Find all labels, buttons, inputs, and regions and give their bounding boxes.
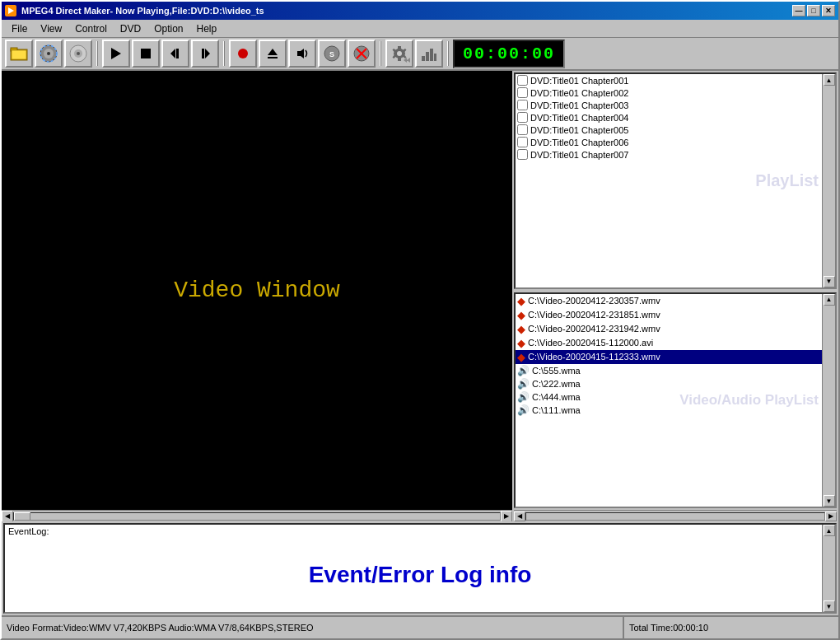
dvd-list-item[interactable]: DVD:Title01 Chapter001: [516, 74, 822, 86]
close-button[interactable]: ✕: [822, 5, 835, 16]
va-scroll-down[interactable]: ▼: [824, 495, 835, 507]
log-scroll-up[interactable]: ▲: [824, 525, 835, 536]
app-icon: [5, 4, 18, 17]
svg-text:S: S: [329, 50, 334, 58]
next-btn[interactable]: [191, 40, 219, 68]
video-icon: ◆: [517, 351, 525, 363]
dvd-disc-btn[interactable]: [35, 40, 63, 68]
svg-rect-13: [141, 49, 151, 58]
h-scroll-thumb[interactable]: [14, 512, 30, 521]
va-list-item[interactable]: ◆C:\Video-20020415-112000.avi: [516, 336, 822, 350]
svg-point-27: [397, 51, 402, 56]
dvd-list-item[interactable]: DVD:Title01 Chapter007: [516, 148, 822, 161]
subtitle-btn[interactable]: S: [318, 40, 346, 68]
dvd-checkbox-4[interactable]: [517, 124, 528, 135]
menu-item-dvd[interactable]: DVD: [114, 21, 147, 36]
va-list-item[interactable]: 🔊C:\111.wma: [516, 404, 822, 417]
svg-rect-28: [422, 56, 425, 61]
event-log-section: EventLog: Event/Error Log info ▲ ▼: [3, 523, 837, 614]
dvd-list-item[interactable]: DVD:Title01 Chapter002: [516, 86, 822, 99]
svg-marker-16: [205, 49, 210, 58]
dvd-list-item[interactable]: DVD:Title01 Chapter004: [516, 111, 822, 124]
right-scroll-right[interactable]: ▶: [825, 512, 837, 521]
event-log-scrollbar[interactable]: ▲ ▼: [822, 525, 835, 612]
right-h-track: [525, 512, 825, 521]
h-scroll-track[interactable]: [13, 512, 501, 521]
va-item-label: C:\Video-20020412-230357.wmv: [528, 296, 660, 306]
dvd-scroll-down[interactable]: ▼: [824, 276, 835, 287]
right-scroll-left[interactable]: ◀: [514, 512, 525, 521]
menu-item-control[interactable]: Control: [68, 21, 114, 36]
right-h-scrollbar[interactable]: ◀ ▶: [514, 510, 837, 521]
record-btn[interactable]: [229, 40, 257, 68]
va-list-item[interactable]: 🔊C:\555.wma: [516, 364, 822, 377]
audio-btn[interactable]: [288, 40, 316, 68]
log-scroll-down[interactable]: ▼: [824, 600, 835, 612]
window-controls: — □ ✕: [792, 5, 835, 16]
chart-btn[interactable]: [415, 40, 443, 68]
eject-btn[interactable]: [259, 40, 287, 68]
horizontal-scrollbar[interactable]: ◀ ▶: [2, 510, 512, 521]
va-item-label: C:\222.wma: [532, 379, 581, 389]
dvd-item-label: DVD:Title01 Chapter003: [530, 100, 628, 110]
cd-btn[interactable]: [64, 40, 92, 68]
dvd-scroll-track: [824, 86, 835, 276]
dvd-checkbox-2[interactable]: [517, 100, 528, 110]
dvd-scroll-up[interactable]: ▲: [824, 74, 835, 86]
settings-btn[interactable]: [385, 40, 413, 68]
va-playlist-vscrollbar[interactable]: ▲ ▼: [822, 294, 835, 507]
dvd-item-label: DVD:Title01 Chapter005: [530, 125, 628, 135]
menu-item-file[interactable]: File: [5, 21, 34, 36]
dvd-checkbox-6[interactable]: [517, 149, 528, 160]
dvd-checkbox-0[interactable]: [517, 75, 528, 86]
svg-point-7: [47, 52, 50, 55]
stop-btn[interactable]: [132, 40, 160, 68]
va-list-item[interactable]: ◆C:\Video-20020412-231942.wmv: [516, 322, 822, 336]
va-scroll-track: [824, 306, 835, 496]
dvd-item-label: DVD:Title01 Chapter001: [530, 76, 628, 86]
dvd-playlist-section: DVD:Title01 Chapter001 DVD:Title01 Chapt…: [514, 72, 837, 289]
va-list-item[interactable]: ◆C:\Video-20020412-230357.wmv: [516, 294, 822, 308]
va-item-label: C:\111.wma: [532, 405, 581, 415]
main-window: MPEG4 Direct Maker- Now Playing,File:DVD…: [0, 0, 840, 640]
event-log-header: EventLog:: [5, 525, 835, 538]
prev-btn[interactable]: [161, 40, 189, 68]
va-list-item[interactable]: ◆C:\Video-20020412-231851.wmv: [516, 308, 822, 322]
status-left: Video Format:Video:WMV V7,420KBPS Audio:…: [2, 617, 624, 638]
dvd-checkbox-1[interactable]: [517, 87, 528, 98]
toolbar-separator-3: [380, 41, 381, 66]
dvd-list-item[interactable]: DVD:Title01 Chapter005: [516, 124, 822, 136]
menu-item-view[interactable]: View: [34, 21, 68, 36]
video-icon: ◆: [517, 309, 525, 321]
dvd-list-item[interactable]: DVD:Title01 Chapter006: [516, 136, 822, 148]
event-log-text: Event/Error Log info: [309, 562, 532, 588]
dvd-checkbox-3[interactable]: [517, 112, 528, 123]
dvd-item-label: DVD:Title01 Chapter007: [530, 150, 628, 160]
dvd-playlist-scroll[interactable]: DVD:Title01 Chapter001 DVD:Title01 Chapt…: [516, 74, 822, 287]
play-btn[interactable]: [102, 40, 130, 68]
minimize-button[interactable]: —: [792, 5, 805, 16]
cancel-btn[interactable]: [348, 40, 376, 68]
va-list-item[interactable]: 🔊C:\444.wma: [516, 390, 822, 404]
right-panel: DVD:Title01 Chapter001 DVD:Title01 Chapt…: [512, 71, 838, 521]
scroll-left-arrow[interactable]: ◀: [2, 511, 13, 522]
va-scroll-up[interactable]: ▲: [824, 294, 835, 306]
va-playlist-scroll[interactable]: ◆C:\Video-20020412-230357.wmv◆C:\Video-2…: [516, 294, 822, 507]
svg-point-11: [77, 52, 80, 55]
dvd-checkbox-5[interactable]: [517, 137, 528, 147]
va-list-item[interactable]: ◆C:\Video-20020415-112333.wmv: [516, 350, 822, 364]
audio-icon: 🔊: [517, 365, 530, 376]
va-item-label: C:\444.wma: [532, 392, 581, 402]
dvd-list-item[interactable]: DVD:Title01 Chapter003: [516, 99, 822, 111]
dvd-item-label: DVD:Title01 Chapter006: [530, 138, 628, 147]
title-bar: MPEG4 Direct Maker- Now Playing,File:DVD…: [2, 2, 838, 20]
menu-item-option[interactable]: Option: [147, 21, 189, 36]
dvd-playlist-vscrollbar[interactable]: ▲ ▼: [822, 74, 835, 287]
maximize-button[interactable]: □: [807, 5, 820, 16]
svg-point-18: [238, 49, 248, 58]
open-folder-btn[interactable]: [5, 40, 33, 68]
va-list-item[interactable]: 🔊C:\222.wma: [516, 377, 822, 390]
menu-item-help[interactable]: Help: [190, 21, 224, 36]
scroll-right-arrow[interactable]: ▶: [501, 511, 512, 522]
svg-rect-17: [202, 49, 204, 58]
